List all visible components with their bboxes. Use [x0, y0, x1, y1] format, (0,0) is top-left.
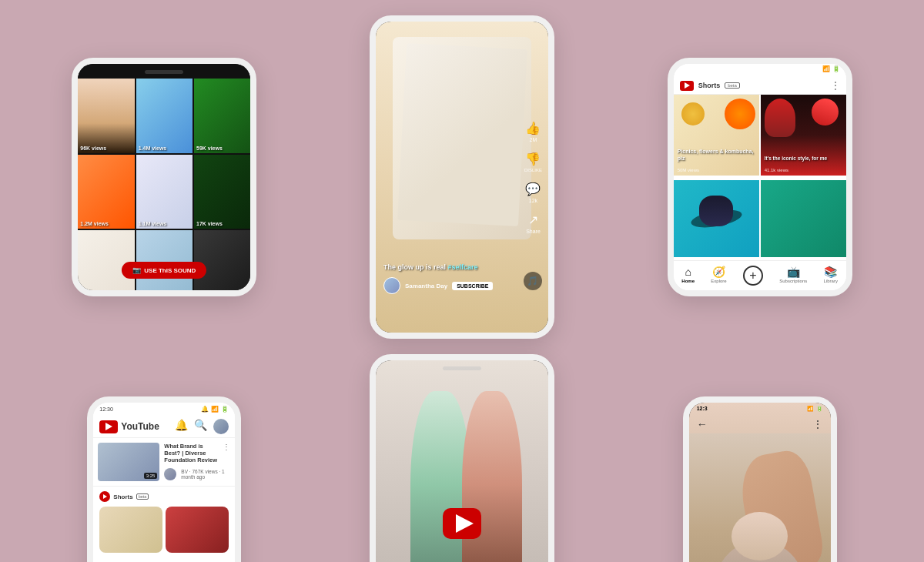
video-options-button[interactable]: ⋮	[223, 443, 230, 451]
short-thumb-2[interactable]	[166, 507, 229, 553]
video-meta: BV · 767K views · 1 month ago	[181, 469, 230, 480]
shorts-grid: 96K views 1.4M views 59K views 1.2M view…	[78, 79, 250, 290]
app-header: Shorts beta ⋮	[674, 74, 846, 95]
phone-shorts-grid: 96K views 1.4M views 59K views 1.2M view…	[72, 58, 256, 296]
nav-home[interactable]: ⌂ Home	[681, 266, 695, 286]
phone-screen-2: 👍 2M 👎 DISLIKE 💬 12k ↗ Share	[376, 22, 548, 333]
comment-action[interactable]: 💬 12k	[525, 182, 541, 203]
use-this-sound-button[interactable]: 📷 USE ThIS SOUND	[122, 262, 206, 279]
shorts-label-row: Shorts beta	[99, 491, 229, 502]
youtube-shorts-logo	[439, 500, 485, 547]
avatar[interactable]	[213, 419, 229, 434]
phones-layout: 96K views 1.4M views 59K views 1.2M view…	[0, 0, 924, 562]
status-icons: 📶 🔋	[807, 406, 823, 412]
more-icon[interactable]: ⋮	[831, 80, 840, 91]
shorts-section: Shorts beta	[93, 487, 235, 557]
channel-row: Samantha Day SUBSCRIBE	[383, 277, 510, 294]
grid-views-2: 1.4M views	[139, 146, 167, 151]
dislike-action[interactable]: 👎 DISLIKE	[524, 152, 542, 172]
grid-views-4: 1.2M views	[80, 221, 109, 226]
shorts-card-2[interactable]: It's the iconic style, for me 41.1k view…	[761, 95, 846, 176]
like-icon: 👍	[525, 121, 541, 135]
status-icons: 🔔 📶 🔋	[201, 406, 229, 413]
phone-screen-4: 12:30 🔔 📶 🔋 YouTube 🔔	[93, 403, 235, 562]
phone-screen-5	[376, 360, 548, 562]
nav-explore[interactable]: 🧭 Explore	[711, 266, 726, 286]
card-2-caption: It's the iconic style, for me	[765, 156, 842, 162]
video-full: 12:3 📶 🔋 ← ⋮	[689, 403, 831, 562]
like-count: 2M	[530, 137, 537, 142]
yt-play-icon	[685, 82, 690, 89]
video-content	[376, 360, 548, 562]
shorts-card-3[interactable]	[674, 180, 759, 257]
channel-name: Samantha Day	[405, 283, 447, 289]
subscriptions-icon: 📺	[787, 266, 800, 278]
phone-youtube-app: 12:30 🔔 📶 🔋 YouTube 🔔	[87, 396, 241, 562]
video-duration: 3:25	[144, 473, 158, 479]
subscriptions-label: Subscriptions	[779, 279, 807, 283]
add-icon[interactable]: +	[743, 266, 763, 286]
hashtag: #selfcare	[448, 263, 478, 271]
time-display: 12:30	[99, 406, 113, 412]
shorts-beta: beta	[136, 493, 149, 500]
grid-item-9[interactable]	[194, 230, 250, 290]
bottom-nav: ⌂ Home 🧭 Explore + 📺 Subscriptions	[674, 260, 846, 290]
dislike-label: DISLIKE	[524, 168, 542, 172]
yt-app-name: YouTube	[121, 421, 159, 432]
back-button[interactable]: ←	[697, 418, 708, 430]
grid-item-4[interactable]: 1.2M views	[78, 155, 134, 229]
beta-badge: beta	[725, 82, 740, 89]
grid-views-3: 59K views	[196, 146, 223, 151]
video-info: What Brand is Best? | Diverse Foundation…	[159, 443, 230, 480]
explore-label: Explore	[711, 279, 726, 283]
video-row[interactable]: 3:25 What Brand is Best? | Diverse Found…	[93, 438, 235, 487]
header-icons: 🔔 🔍	[175, 419, 229, 434]
subscribe-button[interactable]: SUBSCRIBE	[452, 282, 493, 290]
phone-screen-1: 96K views 1.4M views 59K views 1.2M view…	[78, 64, 250, 290]
options-button[interactable]: ⋮	[812, 418, 823, 430]
notifications-icon[interactable]: 🔔	[175, 419, 188, 434]
nav-add[interactable]: +	[743, 266, 763, 286]
yt-icon	[99, 420, 118, 433]
shorts-title: Shorts	[698, 82, 721, 89]
music-icon: 🎵	[527, 276, 538, 286]
card-1-views: 50M views	[678, 168, 699, 172]
dislike-icon: 👎	[525, 152, 541, 166]
card-1-caption: Picnics, flowers & kombucha, plz	[678, 149, 755, 162]
yt-logo: YouTube	[99, 420, 159, 433]
grid-item-7[interactable]	[78, 230, 134, 290]
shorts-text: Shorts	[113, 493, 132, 500]
grid-item-3[interactable]: 59K views	[194, 79, 250, 153]
like-action[interactable]: 👍 2M	[525, 121, 541, 142]
camera-icon: 📷	[132, 266, 141, 274]
shorts-card-4[interactable]	[761, 180, 846, 257]
short-thumb-1[interactable]	[99, 507, 162, 553]
grid-item-2[interactable]: 1.4M views	[136, 79, 192, 153]
shorts-icon	[99, 491, 110, 502]
share-label: Share	[526, 229, 541, 234]
nav-library[interactable]: 📚 Library	[824, 266, 838, 286]
hand-video	[689, 433, 831, 562]
library-icon: 📚	[824, 266, 837, 278]
video-bottom-info: The glow up is real #selfcare Samantha D…	[383, 263, 510, 294]
grid-views-1: 96K views	[80, 146, 106, 151]
share-action[interactable]: ↗ Share	[526, 212, 541, 234]
grid-item-1[interactable]: 96K views	[78, 79, 134, 153]
nav-subscriptions[interactable]: 📺 Subscriptions	[779, 266, 807, 286]
video-meta-row: BV · 767K views · 1 month ago	[164, 468, 230, 480]
yt-logo	[680, 81, 694, 91]
yt-play-icon	[105, 423, 112, 430]
video-actions: 👍 2M 👎 DISLIKE 💬 12k ↗ Share	[524, 121, 542, 234]
grid-item-8[interactable]	[136, 230, 192, 290]
shorts-play-icon	[103, 494, 107, 499]
grid-views-6: 17K views	[196, 221, 223, 226]
search-icon[interactable]: 🔍	[194, 419, 207, 434]
shorts-card-1[interactable]: Picnics, flowers & kombucha, plz 50M vie…	[674, 95, 759, 176]
grid-item-6[interactable]: 17K views	[194, 155, 250, 229]
shorts-thumbnails	[99, 507, 229, 553]
music-button[interactable]: 🎵	[524, 272, 542, 290]
card-2-views: 41.1k views	[765, 168, 788, 172]
phone-screen-6: 12:3 📶 🔋 ← ⋮	[689, 403, 831, 562]
grid-item-5[interactable]: 1.1M views	[136, 155, 192, 229]
phone-video-content: 12:3 📶 🔋 ← ⋮	[683, 396, 837, 562]
